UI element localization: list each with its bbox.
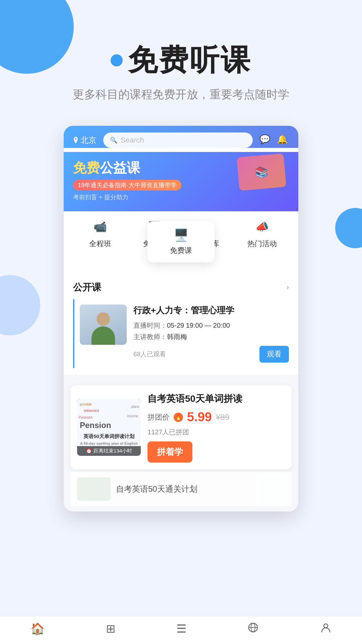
floating-card-icon: 🖥️: [174, 228, 189, 242]
nav-icon-megaphone: 📣: [253, 218, 271, 235]
group-buy-button[interactable]: 拼着学: [147, 441, 192, 463]
tab-profile[interactable]: [320, 622, 331, 636]
product-image: provide plans retirement Pensions income…: [77, 399, 141, 456]
preview-thumb: [77, 477, 111, 501]
tab-my-courses[interactable]: ☰: [176, 622, 186, 636]
course-title: 行政+人力专：管理心理学: [133, 305, 289, 316]
course-meta: 直播时间：05-29 19:00 — 20:00 主讲教师：韩雨梅: [133, 320, 289, 342]
broadcast-time-row: 直播时间：05-29 19:00 — 20:00: [133, 320, 289, 331]
wc-word-1: provide: [80, 402, 92, 406]
banner-badge: 19年通关必备指南·大牛师资直播带学: [73, 180, 181, 191]
wc-word-2: plans: [131, 405, 139, 409]
product-title: 自考英语50天单词拼读: [147, 392, 285, 405]
banner-illus-shape: 📚: [237, 153, 286, 191]
wc-center-text: 英语50天单词拼读计划 A 50-day spelling plan of En…: [80, 433, 138, 446]
teacher-figure: [92, 305, 115, 345]
product-preview[interactable]: 自考英语50天通关计划: [70, 472, 292, 506]
countdown-badge: ⏰ 距离结束134小时: [77, 446, 141, 456]
price-current: 5.99: [187, 410, 212, 424]
banner-title: 免费公益课: [73, 159, 202, 177]
home-icon: 🏠: [31, 622, 45, 635]
search-icon: 🔍: [110, 137, 117, 144]
hero-section: 免费听课 更多科目的课程免费开放，重要考点随时学: [0, 0, 362, 112]
nav-item-all-course[interactable]: 📹 全程班: [73, 218, 127, 254]
price-original: ¥89: [216, 413, 229, 422]
category-icon: ⊞: [106, 622, 115, 635]
profile-icon: [320, 622, 331, 636]
product-section: provide plans retirement Pensions income…: [70, 385, 292, 469]
location-icon: [73, 137, 78, 144]
wc-sub-text: A 50-day spelling plan of English: [80, 441, 138, 446]
wc-word-pension: Pension: [80, 421, 111, 430]
nav-label-3: 热门活动: [247, 239, 277, 249]
tab-discover[interactable]: [247, 622, 259, 636]
nav-label-0: 全程班: [89, 239, 111, 249]
price-label: 拼团价: [147, 412, 170, 422]
bell-icon[interactable]: 🔔: [277, 134, 289, 146]
wc-word-3: retirement: [84, 409, 99, 413]
wc-main-text: 英语50天单词拼读计划: [80, 433, 138, 440]
location-label: 北京: [73, 135, 97, 146]
price-icon: 🔥: [174, 413, 183, 422]
section-header: 公开课 ›: [73, 281, 289, 294]
section-title: 公开课: [73, 281, 101, 294]
watch-button[interactable]: 观看: [259, 346, 289, 363]
section-more[interactable]: ›: [287, 283, 289, 292]
phone-mockup: 北京 🔍 Search 💬 🔔 免费公益课 19年通关必备指南·大牛师资直播带学: [64, 126, 298, 512]
app-header: 北京 🔍 Search 💬 🔔: [64, 126, 298, 148]
floating-free-course-card[interactable]: 🖥️ 免费课: [147, 221, 215, 262]
search-bar[interactable]: 🔍 Search: [103, 132, 253, 148]
tab-bar: 🏠 ⊞ ☰: [0, 616, 362, 644]
public-course-section: 公开课 › 行政+人力专：管理心理学 直播时间：05-29 19:00 — 2: [64, 274, 298, 375]
course-info: 行政+人力专：管理心理学 直播时间：05-29 19:00 — 20:00 主讲…: [133, 305, 289, 363]
course-card: 行政+人力专：管理心理学 直播时间：05-29 19:00 — 20:00 主讲…: [73, 299, 289, 368]
svg-point-3: [324, 624, 328, 628]
hero-title-row: 免费听课: [0, 40, 362, 80]
hero-subtitle: 更多科目的课程免费开放，重要考点随时学: [0, 87, 362, 102]
search-placeholder: Search: [121, 136, 144, 145]
course-footer: 68人已观看 观看: [133, 346, 289, 363]
nav-item-activities[interactable]: 📣 热门活动: [235, 218, 289, 254]
product-info: 自考英语50天单词拼读 拼团价 🔥 5.99 ¥89 1127人已拼团 拼着学: [147, 392, 285, 463]
preview-title: 自考英语50天通关计划: [116, 484, 197, 494]
tab-home[interactable]: 🏠: [31, 622, 45, 636]
banner-illustration: 📚: [238, 155, 292, 196]
teacher-avatar: [80, 305, 127, 345]
course-thumbnail: [80, 305, 127, 345]
courses-icon: ☰: [176, 622, 186, 635]
nav-section: 📹 全程班 🖥️ 免费课 📁 过题库 📣 热门活动 🖥️: [64, 211, 298, 274]
wc-word-4: Pensions: [79, 416, 93, 419]
teacher-row: 主讲教师：韩雨梅: [133, 331, 289, 342]
person-head: [97, 312, 110, 326]
person-body: [92, 326, 115, 345]
discover-icon: [247, 622, 259, 636]
header-icons: 💬 🔔: [259, 134, 289, 146]
banner: 免费公益课 19年通关必备指南·大牛师资直播带学 考前扫盲 + 提分助力 📚: [64, 152, 298, 211]
group-count: 1127人已拼团: [147, 428, 285, 437]
hero-dot: [111, 54, 123, 66]
tab-category[interactable]: ⊞: [106, 622, 115, 636]
view-count: 68人已观看: [133, 350, 166, 359]
message-icon[interactable]: 💬: [259, 134, 272, 146]
price-row: 拼团价 🔥 5.99 ¥89: [147, 410, 285, 424]
wc-word-5: income: [127, 414, 138, 418]
floating-card-label: 免费课: [170, 246, 192, 256]
banner-desc: 考前扫盲 + 提分助力: [73, 193, 202, 201]
app-header-top: 北京 🔍 Search 💬 🔔: [73, 132, 289, 148]
clock-icon: ⏰: [86, 448, 92, 453]
hero-title: 免费听课: [128, 40, 251, 80]
nav-icon-video: 📹: [92, 218, 109, 235]
